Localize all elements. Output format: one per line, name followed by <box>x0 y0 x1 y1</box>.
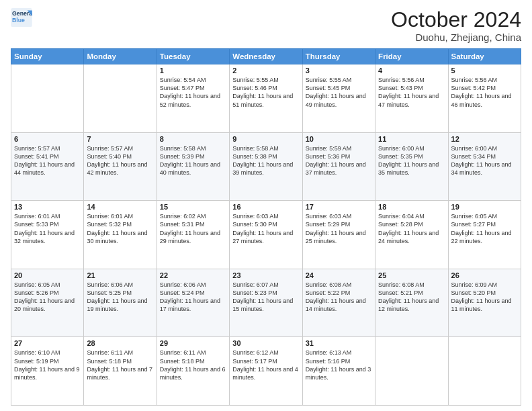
day-info: Sunrise: 6:11 AMSunset: 5:18 PMDaylight:… <box>160 349 226 381</box>
day-info: Sunrise: 5:58 AMSunset: 5:38 PMDaylight:… <box>232 144 299 177</box>
calendar-cell: 14Sunrise: 6:01 AMSunset: 5:32 PMDayligh… <box>84 201 157 269</box>
logo: General Blue <box>11 8 32 27</box>
calendar-cell <box>448 337 521 406</box>
day-number: 22 <box>160 271 226 279</box>
day-number: 3 <box>306 66 372 75</box>
day-number: 24 <box>306 271 372 279</box>
calendar-cell: 10Sunrise: 5:59 AMSunset: 5:36 PMDayligh… <box>302 132 375 201</box>
day-number: 17 <box>306 203 372 211</box>
day-info: Sunrise: 6:10 AMSunset: 5:19 PMDaylight:… <box>14 349 81 381</box>
day-number: 9 <box>232 135 299 143</box>
day-number: 23 <box>232 271 299 279</box>
calendar-week-5: 27Sunrise: 6:10 AMSunset: 5:19 PMDayligh… <box>11 337 521 406</box>
day-number: 6 <box>14 135 81 143</box>
day-info: Sunrise: 5:57 AMSunset: 5:40 PMDaylight:… <box>87 144 153 177</box>
calendar-cell: 7Sunrise: 5:57 AMSunset: 5:40 PMDaylight… <box>84 132 157 201</box>
calendar-cell: 5Sunrise: 5:56 AMSunset: 5:42 PMDaylight… <box>448 64 521 133</box>
day-info: Sunrise: 5:57 AMSunset: 5:41 PMDaylight:… <box>14 144 81 177</box>
location-title: Duohu, Zhejiang, China <box>391 32 521 43</box>
day-number: 7 <box>87 135 153 143</box>
calendar-body: 1Sunrise: 5:54 AMSunset: 5:47 PMDaylight… <box>11 64 521 406</box>
day-number: 18 <box>378 203 445 211</box>
calendar-week-1: 1Sunrise: 5:54 AMSunset: 5:47 PMDaylight… <box>11 64 521 133</box>
calendar-cell: 22Sunrise: 6:06 AMSunset: 5:24 PMDayligh… <box>157 269 229 337</box>
day-number: 4 <box>378 66 445 75</box>
day-info: Sunrise: 6:04 AMSunset: 5:28 PMDaylight:… <box>378 212 445 245</box>
day-info: Sunrise: 6:08 AMSunset: 5:22 PMDaylight:… <box>306 281 372 314</box>
day-info: Sunrise: 6:11 AMSunset: 5:18 PMDaylight:… <box>87 349 153 381</box>
day-info: Sunrise: 6:07 AMSunset: 5:23 PMDaylight:… <box>232 281 299 314</box>
calendar-cell <box>11 64 84 133</box>
day-number: 14 <box>87 203 153 211</box>
calendar-cell: 1Sunrise: 5:54 AMSunset: 5:47 PMDaylight… <box>157 64 229 133</box>
calendar-cell: 21Sunrise: 6:06 AMSunset: 5:25 PMDayligh… <box>84 269 157 337</box>
calendar-cell: 3Sunrise: 5:55 AMSunset: 5:45 PMDaylight… <box>302 64 375 133</box>
calendar-cell: 29Sunrise: 6:11 AMSunset: 5:18 PMDayligh… <box>157 337 229 406</box>
day-info: Sunrise: 5:56 AMSunset: 5:43 PMDaylight:… <box>378 76 445 109</box>
day-number: 28 <box>87 339 153 347</box>
day-number: 29 <box>160 339 226 347</box>
calendar-cell: 30Sunrise: 6:12 AMSunset: 5:17 PMDayligh… <box>230 337 302 406</box>
day-number: 25 <box>378 271 445 279</box>
weekday-sunday: Sunday <box>11 49 84 64</box>
calendar-cell: 28Sunrise: 6:11 AMSunset: 5:18 PMDayligh… <box>84 337 157 406</box>
calendar-cell: 6Sunrise: 5:57 AMSunset: 5:41 PMDaylight… <box>11 132 84 201</box>
day-number: 30 <box>232 339 299 347</box>
weekday-saturday: Saturday <box>448 49 521 64</box>
weekday-monday: Monday <box>84 49 157 64</box>
calendar-cell: 27Sunrise: 6:10 AMSunset: 5:19 PMDayligh… <box>11 337 84 406</box>
weekday-thursday: Thursday <box>302 49 375 64</box>
calendar-cell <box>84 64 157 133</box>
day-info: Sunrise: 5:58 AMSunset: 5:39 PMDaylight:… <box>160 144 226 177</box>
calendar-cell: 24Sunrise: 6:08 AMSunset: 5:22 PMDayligh… <box>302 269 375 337</box>
calendar-week-4: 20Sunrise: 6:05 AMSunset: 5:26 PMDayligh… <box>11 269 521 337</box>
calendar-cell: 2Sunrise: 5:55 AMSunset: 5:46 PMDaylight… <box>230 64 302 133</box>
day-number: 26 <box>451 271 518 279</box>
day-number: 5 <box>451 66 518 75</box>
calendar-cell: 25Sunrise: 6:08 AMSunset: 5:21 PMDayligh… <box>375 269 448 337</box>
day-info: Sunrise: 6:06 AMSunset: 5:24 PMDaylight:… <box>160 281 226 314</box>
day-number: 12 <box>451 135 518 143</box>
day-info: Sunrise: 6:08 AMSunset: 5:21 PMDaylight:… <box>378 281 445 314</box>
day-info: Sunrise: 6:05 AMSunset: 5:27 PMDaylight:… <box>451 212 518 245</box>
calendar-week-2: 6Sunrise: 5:57 AMSunset: 5:41 PMDaylight… <box>11 132 521 201</box>
calendar-table: SundayMondayTuesdayWednesdayThursdayFrid… <box>11 48 521 406</box>
calendar-cell: 26Sunrise: 6:09 AMSunset: 5:20 PMDayligh… <box>448 269 521 337</box>
weekday-friday: Friday <box>375 49 448 64</box>
day-info: Sunrise: 6:06 AMSunset: 5:25 PMDaylight:… <box>87 281 153 314</box>
day-number: 10 <box>306 135 372 143</box>
day-info: Sunrise: 6:09 AMSunset: 5:20 PMDaylight:… <box>451 281 518 314</box>
calendar-cell: 4Sunrise: 5:56 AMSunset: 5:43 PMDaylight… <box>375 64 448 133</box>
day-info: Sunrise: 5:56 AMSunset: 5:42 PMDaylight:… <box>451 76 518 109</box>
calendar-cell: 15Sunrise: 6:02 AMSunset: 5:31 PMDayligh… <box>157 201 229 269</box>
day-number: 16 <box>232 203 299 211</box>
calendar-cell: 20Sunrise: 6:05 AMSunset: 5:26 PMDayligh… <box>11 269 84 337</box>
calendar-cell: 18Sunrise: 6:04 AMSunset: 5:28 PMDayligh… <box>375 201 448 269</box>
day-info: Sunrise: 5:54 AMSunset: 5:47 PMDaylight:… <box>160 76 226 109</box>
calendar-week-3: 13Sunrise: 6:01 AMSunset: 5:33 PMDayligh… <box>11 201 521 269</box>
day-info: Sunrise: 6:12 AMSunset: 5:17 PMDaylight:… <box>232 349 299 381</box>
logo-icon: General Blue <box>11 8 32 27</box>
day-number: 13 <box>14 203 81 211</box>
day-number: 19 <box>451 203 518 211</box>
day-number: 8 <box>160 135 226 143</box>
calendar-cell: 11Sunrise: 6:00 AMSunset: 5:35 PMDayligh… <box>375 132 448 201</box>
day-info: Sunrise: 6:05 AMSunset: 5:26 PMDaylight:… <box>14 281 81 314</box>
day-info: Sunrise: 6:13 AMSunset: 5:16 PMDaylight:… <box>306 349 372 381</box>
day-info: Sunrise: 6:00 AMSunset: 5:34 PMDaylight:… <box>451 144 518 177</box>
calendar-cell: 31Sunrise: 6:13 AMSunset: 5:16 PMDayligh… <box>302 337 375 406</box>
day-number: 1 <box>160 66 226 75</box>
day-info: Sunrise: 6:03 AMSunset: 5:30 PMDaylight:… <box>232 212 299 245</box>
calendar-cell: 9Sunrise: 5:58 AMSunset: 5:38 PMDaylight… <box>230 132 302 201</box>
calendar-cell: 13Sunrise: 6:01 AMSunset: 5:33 PMDayligh… <box>11 201 84 269</box>
day-number: 21 <box>87 271 153 279</box>
calendar-cell: 12Sunrise: 6:00 AMSunset: 5:34 PMDayligh… <box>448 132 521 201</box>
day-number: 15 <box>160 203 226 211</box>
weekday-header: SundayMondayTuesdayWednesdayThursdayFrid… <box>11 49 521 64</box>
day-info: Sunrise: 5:59 AMSunset: 5:36 PMDaylight:… <box>306 144 372 177</box>
day-number: 20 <box>14 271 81 279</box>
header: General Blue October 2024 Duohu, Zhejian… <box>11 8 521 43</box>
calendar-cell: 19Sunrise: 6:05 AMSunset: 5:27 PMDayligh… <box>448 201 521 269</box>
day-info: Sunrise: 6:00 AMSunset: 5:35 PMDaylight:… <box>378 144 445 177</box>
title-block: October 2024 Duohu, Zhejiang, China <box>391 8 521 43</box>
